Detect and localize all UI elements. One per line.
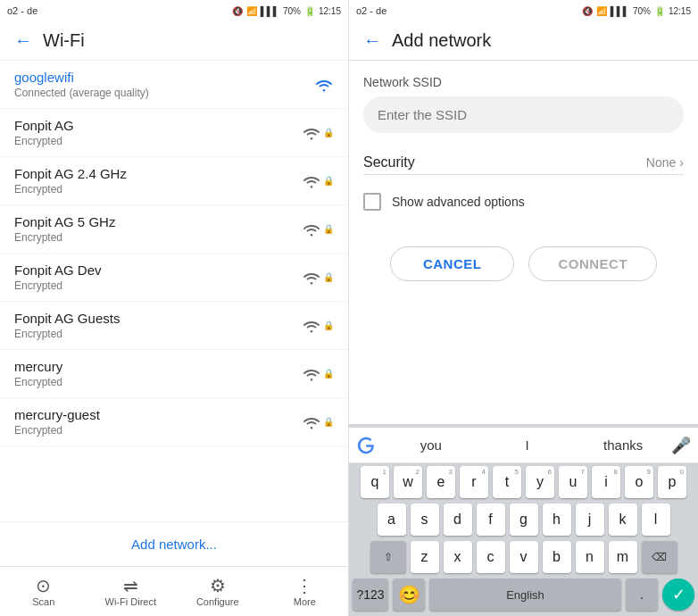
shift-key[interactable]: ⇧: [370, 541, 406, 573]
wifi-status-icon-right: 📶: [596, 6, 607, 16]
signal-icon-right: ▌▌▌: [611, 6, 629, 16]
wifi-name: mercury: [14, 359, 302, 374]
key-y[interactable]: 6y: [526, 466, 554, 498]
battery-left: 70%: [283, 6, 301, 16]
ssid-label: Network SSID: [363, 75, 684, 89]
wifi-item[interactable]: Fonpit AG Dev Encrypted 🔒: [0, 254, 348, 302]
key-emoji[interactable]: 😊: [393, 579, 425, 611]
more-label: More: [294, 596, 316, 607]
key-num-symbols[interactable]: ?123: [353, 579, 388, 611]
back-button-left[interactable]: ←: [14, 30, 32, 51]
add-network-title: Add network: [392, 30, 491, 51]
ssid-input[interactable]: [363, 96, 684, 133]
signal-icon: ▌▌▌: [261, 6, 279, 16]
battery-right: 70%: [633, 6, 651, 16]
google-icon: [356, 436, 376, 455]
key-d[interactable]: d: [444, 504, 472, 536]
scan-label: Scan: [32, 596, 54, 607]
wifi-item[interactable]: Fonpit AG Guests Encrypted 🔒: [0, 302, 348, 350]
key-u[interactable]: 7u: [559, 466, 587, 498]
key-p[interactable]: 0p: [658, 466, 686, 498]
suggestion-i[interactable]: I: [479, 434, 576, 456]
advanced-options-row: Show advanced options: [363, 193, 684, 211]
security-row[interactable]: Security None ›: [363, 151, 684, 175]
add-network-button[interactable]: Add network...: [0, 521, 348, 566]
key-a[interactable]: a: [378, 504, 406, 536]
suggestion-thanks[interactable]: thanks: [575, 434, 671, 456]
wifi-item[interactable]: Fonpit AG 2.4 GHz Encrypted 🔒: [0, 157, 348, 205]
wifi-icon: 🔒: [302, 271, 334, 285]
nav-item-scan[interactable]: ⊙ Scan: [0, 567, 87, 616]
key-language[interactable]: English: [429, 579, 621, 611]
key-w[interactable]: 2w: [394, 466, 422, 498]
right-header: ← Add network: [349, 21, 698, 61]
wifi-status-icon: 📶: [246, 6, 257, 16]
wifi-icon: 🔒: [302, 367, 334, 381]
wifi-status: Encrypted: [14, 279, 302, 292]
wifi-item[interactable]: mercury Encrypted 🔒: [0, 350, 348, 398]
key-submit[interactable]: ✓: [662, 579, 694, 611]
key-g[interactable]: g: [510, 504, 538, 536]
key-x[interactable]: x: [444, 541, 472, 573]
key-k[interactable]: k: [609, 504, 637, 536]
left-header: ← Wi-Fi: [0, 21, 348, 61]
cancel-button[interactable]: CANCEL: [390, 246, 515, 281]
key-r[interactable]: 4r: [460, 466, 488, 498]
battery-icon-right: 🔋: [654, 6, 665, 16]
mic-icon[interactable]: 🎤: [671, 436, 691, 455]
security-none: None: [646, 155, 676, 170]
key-period[interactable]: .: [626, 579, 658, 611]
wifi-status: Encrypted: [14, 135, 302, 147]
keyboard-row-2: asdfghjkl: [349, 501, 698, 538]
key-o[interactable]: 9o: [625, 466, 653, 498]
key-t[interactable]: 5t: [493, 466, 521, 498]
backspace-key[interactable]: ⌫: [642, 541, 677, 573]
status-bar-left: o2 - de 🔇 📶 ▌▌▌ 70% 🔋 12:15: [0, 0, 348, 21]
keyboard-suggestions: you I thanks 🎤: [349, 428, 698, 463]
right-panel: o2 - de 🔇 📶 ▌▌▌ 70% 🔋 12:15 ← Add networ…: [349, 0, 698, 616]
wifi-status: Encrypted: [14, 376, 302, 388]
status-bar-right: o2 - de 🔇 📶 ▌▌▌ 70% 🔋 12:15: [349, 0, 698, 21]
key-b[interactable]: b: [543, 541, 571, 573]
wifi-item[interactable]: googlewifi Connected (average quality): [0, 61, 348, 109]
nav-item-more[interactable]: ⋮ More: [262, 567, 349, 616]
key-c[interactable]: c: [477, 541, 505, 573]
key-s[interactable]: s: [411, 504, 439, 536]
wifi-name: Fonpit AG 2.4 GHz: [14, 166, 302, 181]
key-h[interactable]: h: [543, 504, 571, 536]
wifi-name: mercury-guest: [14, 407, 302, 422]
wifi-icon: 🔒: [302, 415, 334, 429]
configure-icon: ⚙: [210, 577, 226, 595]
key-f[interactable]: f: [477, 504, 505, 536]
connect-button[interactable]: CONNECT: [528, 246, 657, 281]
wifi-title: Wi-Fi: [43, 30, 85, 51]
nav-item-wifi-direct[interactable]: ⇌ Wi-Fi Direct: [87, 567, 175, 616]
suggestion-you[interactable]: you: [383, 434, 479, 456]
key-e[interactable]: 3e: [427, 466, 455, 498]
nav-item-configure[interactable]: ⚙ Configure: [174, 567, 262, 616]
bottom-nav: ⊙ Scan ⇌ Wi-Fi Direct ⚙ Configure ⋮ More: [0, 566, 348, 616]
key-n[interactable]: n: [576, 541, 604, 573]
key-j[interactable]: j: [576, 504, 604, 536]
back-button-right[interactable]: ←: [363, 30, 381, 51]
key-v[interactable]: v: [510, 541, 538, 573]
chevron-right-icon: ›: [679, 155, 684, 170]
key-z[interactable]: z: [411, 541, 439, 573]
wifi-item[interactable]: Fonpit AG Encrypted 🔒: [0, 109, 348, 157]
key-q[interactable]: 1q: [361, 466, 389, 498]
advanced-checkbox[interactable]: [363, 193, 381, 211]
keyboard-row-1: 1q2w3e4r5t6y7u8i9o0p: [349, 463, 698, 501]
wifi-item[interactable]: Fonpit AG 5 GHz Encrypted 🔒: [0, 205, 348, 254]
security-label: Security: [363, 154, 415, 171]
configure-label: Configure: [196, 596, 239, 607]
advanced-label: Show advanced options: [392, 195, 525, 209]
security-value: None ›: [646, 155, 684, 170]
key-m[interactable]: m: [609, 541, 637, 573]
wifi-icon: 🔒: [302, 319, 334, 333]
wifi-icon: 🔒: [302, 126, 334, 140]
key-l[interactable]: l: [642, 504, 670, 536]
wifi-status: Encrypted: [14, 328, 302, 340]
wifi-item[interactable]: mercury-guest Encrypted 🔒: [0, 398, 348, 446]
key-i[interactable]: 8i: [592, 466, 620, 498]
carrier-right: o2 - de: [356, 5, 386, 16]
